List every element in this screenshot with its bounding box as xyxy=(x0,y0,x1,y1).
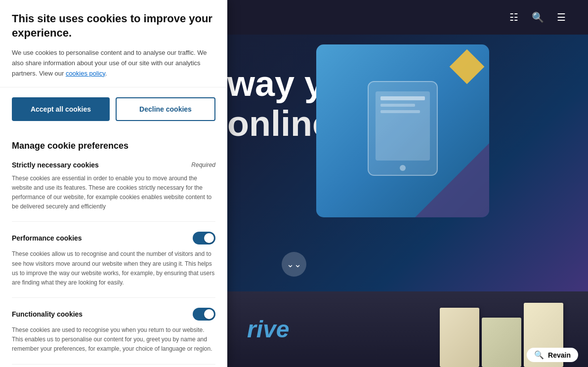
svg-rect-2 xyxy=(380,96,425,100)
cookie-category-strictly-necessary: Strictly necessary cookies Required Thes… xyxy=(12,161,215,222)
category-name-performance: Performance cookies xyxy=(12,234,82,242)
cookie-description: We use cookies to personalise content an… xyxy=(12,48,215,79)
book-1 xyxy=(440,308,479,367)
revain-label: Revain xyxy=(548,351,571,359)
graphic-diamond xyxy=(450,49,485,84)
cookie-title: This site uses cookies to improve your e… xyxy=(12,12,215,40)
accept-all-cookies-button[interactable]: Accept all cookies xyxy=(12,97,110,121)
performance-toggle-slider xyxy=(193,232,215,245)
user-icon[interactable]: ☷ xyxy=(507,10,521,24)
graphic-triangle xyxy=(415,143,489,217)
book-2 xyxy=(482,318,521,367)
menu-icon[interactable]: ☰ xyxy=(554,10,568,24)
svg-rect-4 xyxy=(380,110,420,113)
header-icons: ☷ 🔍 ☰ xyxy=(507,10,568,24)
svg-point-5 xyxy=(400,165,406,171)
required-badge-strictly-necessary: Required xyxy=(191,162,215,168)
hero-graphic-inner xyxy=(316,44,489,217)
cookie-category-performance: Performance cookies These cookies allow … xyxy=(12,232,215,298)
cookie-buttons: Accept all cookies Decline cookies xyxy=(0,87,227,131)
category-header-performance: Performance cookies xyxy=(12,232,215,245)
category-name-strictly-necessary: Strictly necessary cookies xyxy=(12,161,99,169)
category-desc-performance: These cookies allow us to recognise and … xyxy=(12,249,215,287)
functionality-toggle[interactable] xyxy=(193,308,215,321)
category-name-functionality: Functionality cookies xyxy=(12,310,83,318)
cookies-policy-link[interactable]: cookies policy xyxy=(66,70,105,77)
category-header-functionality: Functionality cookies xyxy=(12,308,215,321)
search-icon[interactable]: 🔍 xyxy=(531,10,545,24)
manage-preferences-section: Manage cookie preferences Strictly neces… xyxy=(0,131,227,367)
category-header-strictly-necessary: Strictly necessary cookies Required xyxy=(12,161,215,169)
manage-preferences-title: Manage cookie preferences xyxy=(12,141,215,151)
scroll-indicator[interactable]: ⌄⌄ xyxy=(282,252,306,277)
performance-toggle[interactable] xyxy=(193,232,215,245)
cookie-overlay: This site uses cookies to improve your e… xyxy=(0,0,227,367)
functionality-toggle-slider xyxy=(193,308,215,321)
svg-rect-3 xyxy=(380,104,415,107)
cookie-desc-suffix: . xyxy=(105,70,107,77)
category-desc-functionality: These cookies are used to recognise you … xyxy=(12,326,215,354)
cookie-desc-text: We use cookies to personalise content an… xyxy=(12,49,207,77)
revain-badge: 🔍 Revain xyxy=(527,348,578,362)
decline-cookies-button[interactable]: Decline cookies xyxy=(116,97,215,121)
revain-icon: 🔍 xyxy=(534,350,544,360)
hero-graphic xyxy=(316,44,489,217)
cookie-category-functionality: Functionality cookies These cookies are … xyxy=(12,308,215,365)
category-desc-strictly-necessary: These cookies are essential in order to … xyxy=(12,174,215,212)
cookie-header: This site uses cookies to improve your e… xyxy=(0,0,227,87)
